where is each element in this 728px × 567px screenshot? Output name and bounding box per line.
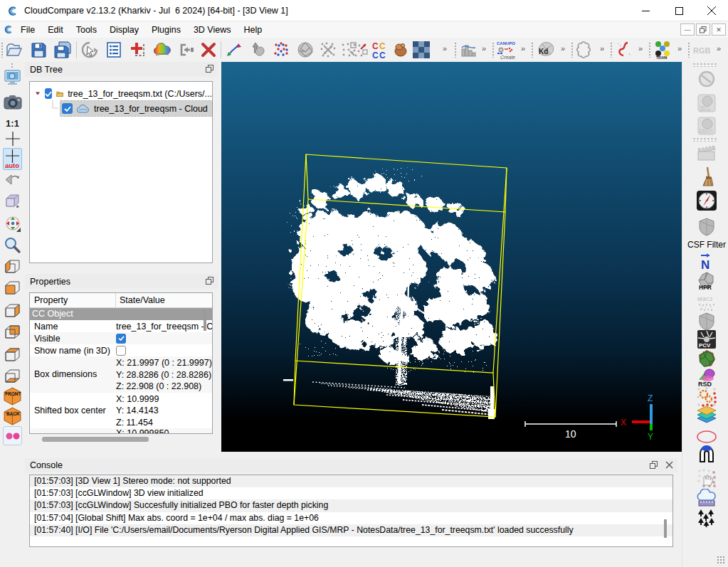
menu-display[interactable]: Display xyxy=(103,23,145,37)
view-back-button[interactable] xyxy=(3,322,22,341)
minimize-button[interactable] xyxy=(629,0,662,21)
stereo-glasses-button[interactable] xyxy=(3,426,22,445)
toolbar-overflow-6[interactable]: » xyxy=(638,44,641,53)
zoom-button[interactable] xyxy=(3,235,22,255)
primitives-button[interactable] xyxy=(391,40,411,60)
global-shift-button[interactable] xyxy=(224,40,244,60)
cc-convert-button[interactable]: C C C C xyxy=(371,41,391,60)
view-front-button[interactable] xyxy=(3,278,22,297)
db-tree-float-icon[interactable] xyxy=(206,65,213,73)
size-grip[interactable] xyxy=(717,556,725,564)
console-close-icon[interactable] xyxy=(665,461,673,469)
pcv-button[interactable]: PCV xyxy=(696,329,717,349)
mdi-restore-button[interactable] xyxy=(696,23,710,36)
col-header-value[interactable]: State/Value xyxy=(116,293,212,307)
expand-arrow-icon[interactable] xyxy=(36,90,40,97)
animation-button[interactable] xyxy=(696,142,717,162)
menu-edit[interactable]: Edit xyxy=(41,23,70,37)
toolbar-overflow-8[interactable]: » xyxy=(717,44,719,53)
showname-checkbox[interactable] xyxy=(116,346,126,356)
toolbar-overflow-1[interactable]: » xyxy=(443,44,445,53)
console-float-icon[interactable] xyxy=(650,461,658,469)
pick-center-button[interactable] xyxy=(3,129,22,148)
cloud-checkbox[interactable] xyxy=(62,103,73,114)
magnet-button[interactable] xyxy=(696,445,717,465)
maximize-button[interactable] xyxy=(663,0,695,21)
puzzle-button[interactable] xyxy=(575,40,595,60)
apply-transformation-button[interactable] xyxy=(128,40,148,60)
normals-button[interactable]: N xyxy=(696,250,717,270)
checkerboard-button[interactable] xyxy=(411,40,431,60)
toolbar-overflow-2[interactable]: » xyxy=(482,44,485,53)
subsample-button[interactable] xyxy=(271,40,291,60)
mdi-minimize-button[interactable]: — xyxy=(680,23,695,36)
csf-filter-label[interactable]: CSF Filter xyxy=(686,240,727,250)
save-button[interactable] xyxy=(28,40,48,60)
menu-tools[interactable]: Tools xyxy=(70,23,103,37)
rgb-button[interactable]: RGB xyxy=(692,40,712,60)
gears-button[interactable] xyxy=(696,387,717,407)
rotate-view-button[interactable] xyxy=(3,170,22,189)
mdi-close-button[interactable]: ✕ xyxy=(712,23,726,36)
colorize-button[interactable] xyxy=(152,40,172,60)
cloud-ruler-button[interactable] xyxy=(696,488,717,508)
translate-rotate-button[interactable] xyxy=(248,40,268,60)
shield-2-button[interactable] xyxy=(696,312,717,332)
ssao-button[interactable]: SSAO xyxy=(696,116,717,136)
histogram-button[interactable] xyxy=(459,40,479,60)
edl-button[interactable]: EDL xyxy=(696,93,717,113)
canupo-button[interactable]: CANUPO Create xyxy=(496,40,516,60)
save-all-button[interactable] xyxy=(53,40,73,60)
open-button[interactable] xyxy=(4,40,24,60)
display-options-button[interactable] xyxy=(3,68,22,87)
tree-row-file[interactable]: tree_13_for_treeqsm.txt (C:/Users/... xyxy=(30,86,212,101)
menu-help[interactable]: Help xyxy=(237,23,268,37)
sample-points-1-button[interactable] xyxy=(318,40,338,60)
menu-file[interactable]: File xyxy=(14,23,41,37)
perspective-button[interactable] xyxy=(3,191,22,211)
toolbar-overflow-5[interactable]: » xyxy=(600,44,603,53)
file-checkbox[interactable] xyxy=(45,88,52,99)
toolbar-overflow-3[interactable]: » xyxy=(521,44,524,53)
spline-button[interactable] xyxy=(614,40,634,60)
kdtree-button[interactable]: Kd xyxy=(536,40,556,60)
ellipse-button[interactable] xyxy=(696,427,717,447)
merge-button[interactable] xyxy=(176,40,196,60)
train-3d-button[interactable]: TRAIN xyxy=(653,40,672,60)
tree-row-cloud[interactable]: tree_13_for_treeqsm - Cloud xyxy=(30,101,212,116)
console-display-button[interactable] xyxy=(104,40,124,60)
hand-picking-button[interactable] xyxy=(696,468,717,488)
clean-broom-button[interactable] xyxy=(696,166,717,186)
console-scrollbar[interactable] xyxy=(664,519,667,538)
view-right-button[interactable] xyxy=(3,301,22,320)
shield-1-button[interactable] xyxy=(696,217,717,237)
rsd-button[interactable]: RSD xyxy=(696,367,717,387)
front-iso-button[interactable]: FRONT xyxy=(3,386,22,406)
sample-points-3-button[interactable] xyxy=(350,40,370,60)
toolbar-overflow-7[interactable]: » xyxy=(677,44,680,53)
menu-3d-views[interactable]: 3D Views xyxy=(187,23,238,37)
screenshot-button[interactable] xyxy=(3,92,22,112)
toolbar-overflow-4[interactable]: » xyxy=(561,44,564,53)
forest-button[interactable] xyxy=(696,508,717,528)
pick-rotation-center-button[interactable] xyxy=(80,40,100,60)
3d-viewport[interactable]: 10 X Z Y xyxy=(221,62,682,452)
mesh-button[interactable] xyxy=(295,40,315,60)
disable-filter-button[interactable] xyxy=(696,69,717,89)
auto-pick-center-button[interactable]: auto xyxy=(3,148,22,170)
view-bottom-button[interactable] xyxy=(3,366,22,386)
view-top-button[interactable] xyxy=(3,345,22,364)
properties-vscrollbar[interactable] xyxy=(204,309,206,331)
col-header-property[interactable]: Property xyxy=(30,293,116,307)
layers-button[interactable] xyxy=(696,406,717,425)
poisson-recon-button[interactable] xyxy=(696,349,717,369)
hpr-button[interactable]: HPR xyxy=(696,272,717,292)
visible-checkbox[interactable] xyxy=(116,334,126,344)
m3c2-button[interactable]: M3C2 xyxy=(696,294,717,314)
delete-button[interactable] xyxy=(199,40,218,60)
properties-hscrollbar[interactable] xyxy=(29,436,213,443)
properties-float-icon[interactable] xyxy=(206,277,213,285)
compass-button[interactable] xyxy=(696,191,717,211)
close-button[interactable] xyxy=(695,0,728,21)
pan-mode-button[interactable] xyxy=(3,214,22,233)
